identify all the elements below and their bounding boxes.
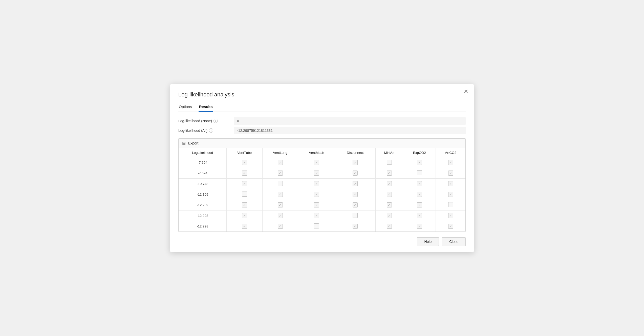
cell-check-r6-c3: ✓ xyxy=(335,221,375,232)
field-label-none: Log-likelihood (None) i xyxy=(178,119,234,123)
cell-check-r1-c1: ✓ xyxy=(262,168,298,178)
cell-check-r3-c1: ✓ xyxy=(262,189,298,200)
field-label-all: Log-likelihood (All) i xyxy=(178,128,234,133)
cell-check-r6-c2 xyxy=(298,221,335,232)
checkbox-checked: ✓ xyxy=(278,171,283,176)
checkbox-checked: ✓ xyxy=(242,160,247,165)
checkbox-checked: ✓ xyxy=(387,192,392,197)
checkbox-checked: ✓ xyxy=(387,213,392,218)
checkbox-unchecked xyxy=(278,181,283,186)
col-header-expco2: ExpCO2 xyxy=(403,148,436,157)
cell-check-r5-c1: ✓ xyxy=(262,210,298,221)
cell-loglikelihood-4: -12.259 xyxy=(179,200,227,210)
cell-check-r3-c2: ✓ xyxy=(298,189,335,200)
field-value-all: -12.298759121811331 xyxy=(234,127,466,134)
checkbox-checked: ✓ xyxy=(314,181,319,186)
dialog-title: Log-likelihood analysis xyxy=(178,91,466,98)
cell-check-r4-c6 xyxy=(436,200,465,210)
cell-check-r2-c2: ✓ xyxy=(298,178,335,189)
cell-check-r0-c5: ✓ xyxy=(403,157,436,168)
cell-loglikelihood-2: -10.748 xyxy=(179,178,227,189)
tab-bar: Options Results xyxy=(178,102,466,112)
checkbox-checked: ✓ xyxy=(278,192,283,197)
checkbox-unchecked xyxy=(242,192,247,197)
checkbox-checked: ✓ xyxy=(242,213,247,218)
checkbox-checked: ✓ xyxy=(314,192,319,197)
cell-check-r6-c0: ✓ xyxy=(227,221,262,232)
field-label-all-text: Log-likelihood (All) xyxy=(178,129,207,133)
field-row-none: Log-likelihood (None) i 0 xyxy=(178,117,466,125)
checkbox-unchecked xyxy=(417,170,422,175)
checkbox-checked: ✓ xyxy=(417,181,422,186)
checkbox-checked: ✓ xyxy=(242,202,247,207)
help-button[interactable]: Help xyxy=(417,237,439,246)
close-button[interactable]: Close xyxy=(442,237,466,246)
table-row: -12.109✓✓✓✓✓✓ xyxy=(179,189,465,200)
results-table-container: ⊞ Export LogLikelihood VentTube VentLung… xyxy=(178,138,466,232)
table-row: -7.694✓✓✓✓✓✓ xyxy=(179,157,465,168)
export-button[interactable]: Export xyxy=(188,141,198,145)
dialog-footer: Help Close xyxy=(178,237,466,246)
cell-check-r0-c1: ✓ xyxy=(262,157,298,168)
cell-loglikelihood-0: -7.694 xyxy=(179,157,227,168)
cell-check-r2-c3: ✓ xyxy=(335,178,375,189)
cell-check-r2-c1 xyxy=(262,178,298,189)
checkbox-checked: ✓ xyxy=(314,213,319,218)
cell-check-r5-c0: ✓ xyxy=(227,210,262,221)
tab-results[interactable]: Results xyxy=(199,102,213,112)
checkbox-unchecked xyxy=(353,213,358,218)
col-header-minvol: MinVol xyxy=(375,148,403,157)
checkbox-checked: ✓ xyxy=(387,224,392,229)
checkbox-checked: ✓ xyxy=(448,192,453,197)
checkbox-checked: ✓ xyxy=(353,192,358,197)
info-icon-none[interactable]: i xyxy=(213,119,218,123)
table-row: -12.259✓✓✓✓✓✓ xyxy=(179,200,465,210)
cell-check-r2-c4: ✓ xyxy=(375,178,403,189)
cell-check-r2-c0: ✓ xyxy=(227,178,262,189)
checkbox-checked: ✓ xyxy=(448,224,453,229)
checkbox-checked: ✓ xyxy=(242,181,247,186)
cell-check-r2-c5: ✓ xyxy=(403,178,436,189)
info-icon-all[interactable]: i xyxy=(209,128,213,133)
col-header-ventmach: VentMach xyxy=(298,148,335,157)
table-header-row: LogLikelihood VentTube VentLung VentMach… xyxy=(179,148,465,157)
table-row: -12.298✓✓✓✓✓✓ xyxy=(179,210,465,221)
table-row: -12.298✓✓✓✓✓✓ xyxy=(179,221,465,232)
checkbox-checked: ✓ xyxy=(314,171,319,176)
col-header-disconnect: Disconnect xyxy=(335,148,375,157)
cell-check-r1-c6: ✓ xyxy=(436,168,465,178)
col-header-artco2: ArtCO2 xyxy=(436,148,465,157)
checkbox-checked: ✓ xyxy=(353,181,358,186)
cell-check-r6-c1: ✓ xyxy=(262,221,298,232)
checkbox-checked: ✓ xyxy=(417,224,422,229)
checkbox-checked: ✓ xyxy=(242,224,247,229)
cell-loglikelihood-1: -7.694 xyxy=(179,168,227,178)
checkbox-checked: ✓ xyxy=(353,160,358,165)
checkbox-checked: ✓ xyxy=(417,213,422,218)
cell-check-r4-c0: ✓ xyxy=(227,200,262,210)
checkbox-checked: ✓ xyxy=(448,171,453,176)
checkbox-checked: ✓ xyxy=(242,171,247,176)
cell-check-r0-c0: ✓ xyxy=(227,157,262,168)
checkbox-checked: ✓ xyxy=(417,192,422,197)
cell-check-r5-c3 xyxy=(335,210,375,221)
checkbox-checked: ✓ xyxy=(448,160,453,165)
cell-check-r3-c3: ✓ xyxy=(335,189,375,200)
checkbox-checked: ✓ xyxy=(417,202,422,207)
checkbox-unchecked xyxy=(387,160,392,165)
checkbox-checked: ✓ xyxy=(417,160,422,165)
cell-check-r4-c5: ✓ xyxy=(403,200,436,210)
checkbox-checked: ✓ xyxy=(278,160,283,165)
cell-check-r0-c4 xyxy=(375,157,403,168)
checkbox-checked: ✓ xyxy=(314,202,319,207)
tab-options[interactable]: Options xyxy=(178,102,192,112)
cell-loglikelihood-6: -12.298 xyxy=(179,221,227,232)
col-header-ventlung: VentLung xyxy=(262,148,298,157)
close-icon[interactable]: ✕ xyxy=(464,89,468,94)
checkbox-checked: ✓ xyxy=(387,202,392,207)
checkbox-checked: ✓ xyxy=(278,213,283,218)
cell-check-r5-c6: ✓ xyxy=(436,210,465,221)
cell-check-r4-c4: ✓ xyxy=(375,200,403,210)
log-likelihood-dialog: Log-likelihood analysis ✕ Options Result… xyxy=(170,84,474,252)
cell-check-r3-c4: ✓ xyxy=(375,189,403,200)
